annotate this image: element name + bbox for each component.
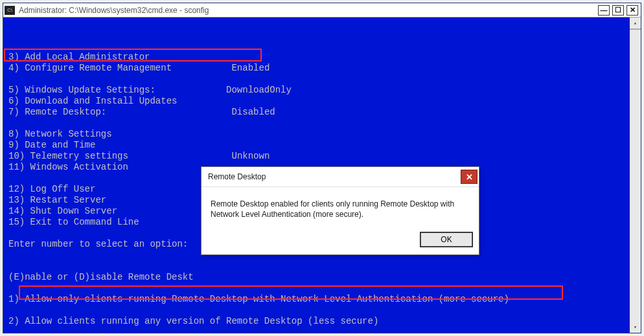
menu-value-5: DownloadOnly (226, 85, 292, 95)
scrollbar-vertical[interactable]: ▴ ▾ (630, 17, 641, 333)
menu-line-4: 4) Configure Remote Management (8, 63, 172, 73)
dialog-close-button[interactable]: ✕ (461, 170, 477, 184)
menu-line-13: 13) Restart Server (8, 195, 106, 205)
scroll-down-button[interactable]: ▾ (630, 322, 641, 333)
dialog-titlebar: Remote Desktop ✕ (201, 167, 479, 186)
remote-desktop-dialog: Remote Desktop ✕ Remote Desktop enabled … (201, 166, 479, 255)
cmd-icon: C:\ (5, 6, 15, 15)
menu-line-12: 12) Log Off User (8, 184, 95, 194)
menu-line-15: 15) Exit to Command Line (8, 217, 139, 227)
menu-line-9: 9) Date and Time (8, 140, 95, 150)
window-title: Administrator: C:\Windows\system32\cmd.e… (19, 6, 598, 15)
dialog-message: Remote Desktop enabled for clients only … (201, 186, 479, 229)
dialog-title: Remote Desktop (208, 172, 266, 181)
maximize-button[interactable]: ☐ (612, 5, 624, 16)
dialog-footer: OK (201, 229, 479, 254)
minimize-button[interactable]: — (598, 5, 610, 16)
prompt-rd-enable-disable: (E)nable or (D)isable Remote Deskt (8, 272, 194, 282)
menu-line-14: 14) Shut Down Server (8, 206, 117, 216)
menu-line-8: 8) Network Settings (8, 129, 112, 139)
prompt-select-option: Enter number to select an option: (8, 239, 194, 249)
menu-line-6: 6) Download and Install Updates (8, 96, 177, 106)
menu-value-10: Unknown (231, 151, 270, 161)
rd-option-2: 2) Allow clients running any version of … (8, 316, 378, 326)
rd-option-1: 1) Allow only clients running Remote Des… (8, 294, 509, 304)
close-button[interactable]: ✕ (627, 5, 638, 16)
menu-line-7: 7) Remote Desktop: (8, 107, 106, 117)
scroll-up-button[interactable]: ▴ (630, 17, 641, 28)
menu-line-3: 3) Add Local Administrator (8, 52, 150, 62)
menu-line-11: 11) Windows Activation (8, 162, 128, 172)
scroll-thumb[interactable] (630, 28, 641, 30)
menu-line-10: 10) Telemetry settings (8, 151, 128, 161)
menu-value-7: Disabled (231, 107, 275, 117)
ok-button[interactable]: OK (420, 232, 472, 247)
titlebar: C:\ Administrator: C:\Windows\system32\c… (3, 3, 641, 17)
menu-line-5: 5) Windows Update Settings: (8, 85, 155, 95)
menu-value-4: Enabled (231, 63, 270, 73)
window-controls: — ☐ ✕ (598, 5, 639, 16)
